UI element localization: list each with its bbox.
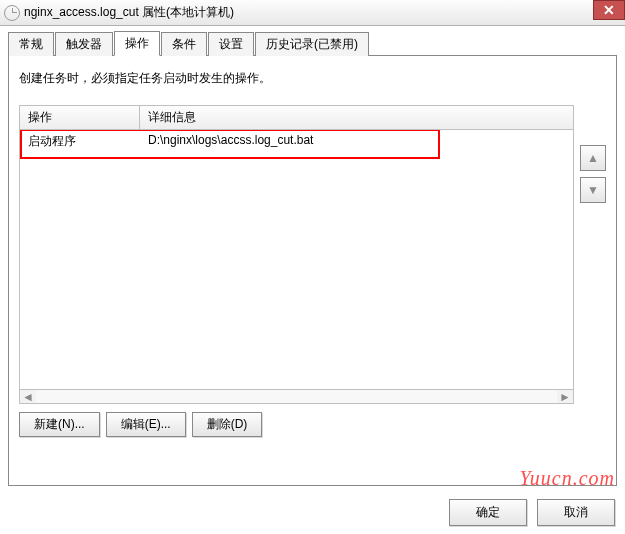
tab-conditions[interactable]: 条件 [161,32,207,56]
reorder-arrows: ▲ ▼ [580,145,606,404]
cancel-button[interactable]: 取消 [537,499,615,526]
clock-icon [4,5,20,21]
tab-history[interactable]: 历史记录(已禁用) [255,32,369,56]
cell-action: 启动程序 [20,133,140,150]
action-buttons-row: 新建(N)... 编辑(E)... 删除(D) [19,412,606,437]
move-down-button[interactable]: ▼ [580,177,606,203]
new-button[interactable]: 新建(N)... [19,412,100,437]
table-body[interactable]: 启动程序 D:\nginx\logs\accss.log_cut.bat [19,130,574,390]
cell-detail: D:\nginx\logs\accss.log_cut.bat [140,133,573,150]
close-button[interactable]: ✕ [593,0,625,20]
column-detail[interactable]: 详细信息 [140,106,573,129]
titlebar: nginx_access.log_cut 属性(本地计算机) ✕ [0,0,625,26]
tab-settings[interactable]: 设置 [208,32,254,56]
tab-body: 创建任务时，必须指定任务启动时发生的操作。 操作 详细信息 启动程序 D:\ng… [8,56,617,486]
actions-table: 操作 详细信息 启动程序 D:\nginx\logs\accss.log_cut… [19,105,574,404]
dialog-footer: 确定 取消 [449,499,615,526]
scroll-track[interactable] [36,390,557,403]
description-text: 创建任务时，必须指定任务启动时发生的操作。 [19,70,606,87]
table-header: 操作 详细信息 [19,105,574,130]
edit-button[interactable]: 编辑(E)... [106,412,186,437]
tab-strip: 常规 触发器 操作 条件 设置 历史记录(已禁用) [8,32,617,56]
table-row[interactable]: 启动程序 D:\nginx\logs\accss.log_cut.bat [20,130,573,153]
tab-triggers[interactable]: 触发器 [55,32,113,56]
actions-list-area: 操作 详细信息 启动程序 D:\nginx\logs\accss.log_cut… [19,105,606,404]
tab-actions[interactable]: 操作 [114,31,160,56]
horizontal-scrollbar[interactable]: ◄ ► [19,390,574,404]
column-action[interactable]: 操作 [20,106,140,129]
dialog-content: 常规 触发器 操作 条件 设置 历史记录(已禁用) 创建任务时，必须指定任务启动… [0,26,625,494]
ok-button[interactable]: 确定 [449,499,527,526]
scroll-left-icon[interactable]: ◄ [20,390,36,403]
scroll-right-icon[interactable]: ► [557,390,573,403]
move-up-button[interactable]: ▲ [580,145,606,171]
tab-general[interactable]: 常规 [8,32,54,56]
delete-button[interactable]: 删除(D) [192,412,263,437]
window-title: nginx_access.log_cut 属性(本地计算机) [24,4,621,21]
